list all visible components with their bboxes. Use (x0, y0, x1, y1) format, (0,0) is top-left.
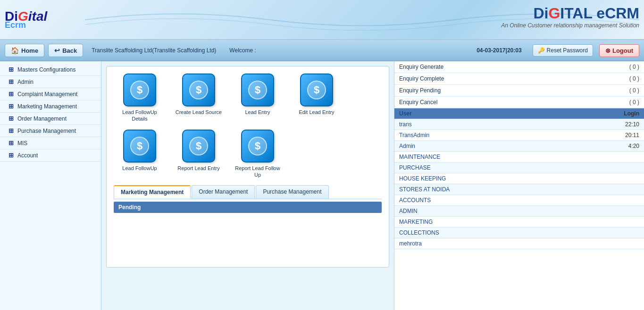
dollar-sign-icon: $ (130, 137, 149, 155)
user-login: 20:11 (571, 130, 644, 141)
enquiry-cancel-row[interactable]: Enquiry Cancel ( 0 ) (394, 97, 644, 108)
enquiry-complete-label: Enquiry Complete (394, 73, 578, 85)
dollar-sign-icon: $ (248, 137, 267, 155)
user-table: User Login trans22:10 TransAdmin20:11 Ad… (394, 108, 644, 249)
icon-box[interactable]: $ (241, 130, 274, 163)
user-name: PURCHASE (394, 163, 571, 173)
icon-lead-followup-details[interactable]: $ Lead FollowUp Details (114, 73, 166, 122)
user-row[interactable]: MARKETING (394, 217, 644, 228)
sidebar-item-purchase[interactable]: ⊞ Purchase Management (0, 125, 101, 137)
icon-box[interactable]: $ (182, 73, 215, 106)
sidebar-item-account[interactable]: ⊞ Account (0, 149, 101, 162)
company-name: Translite Scaffolding Ltd(Translite Scaf… (92, 47, 216, 54)
main-layout: ⊞ Masters Configurations ⊞ Admin ⊞ Compl… (0, 61, 644, 310)
home-label: Home (21, 47, 38, 54)
user-name: COLLECTIONS (394, 228, 571, 238)
home-button[interactable]: 🏠 Home (5, 44, 44, 57)
icon-report-lead-follow-up[interactable]: $ Report Lead Follow Up (232, 130, 284, 179)
sidebar-item-mis[interactable]: ⊞ MIS (0, 137, 101, 149)
reset-icon: 🔑 (538, 47, 545, 54)
user-row[interactable]: TransAdmin20:11 (394, 130, 644, 141)
icon-report-lead-entry[interactable]: $ Report Lead Entry (173, 130, 225, 179)
user-login (571, 217, 644, 228)
icon-label: Create Lead Source (176, 109, 222, 115)
user-login (571, 173, 644, 184)
login-col-header: Login (571, 108, 644, 119)
logout-button[interactable]: ⊗ Logout (599, 44, 639, 57)
user-name: mehrotra (394, 238, 571, 249)
sidebar-item-marketing[interactable]: ⊞ Marketing Management (0, 100, 101, 113)
content-area: $ Lead FollowUp Details $ Create Lead So… (101, 61, 394, 310)
user-name: Admin (394, 141, 571, 152)
user-row[interactable]: HOUSE KEEPING (394, 173, 644, 184)
icon-lead-followup[interactable]: $ Lead FollowUp (114, 130, 166, 179)
user-row[interactable]: ADMIN (394, 206, 644, 217)
user-login (571, 228, 644, 238)
pending-content (114, 213, 382, 260)
sidebar-item-label: Account (17, 152, 38, 159)
icon-lead-entry[interactable]: $ Lead Entry (232, 73, 284, 122)
reset-label: Reset Password (547, 47, 588, 54)
sidebar: ⊞ Masters Configurations ⊞ Admin ⊞ Compl… (0, 61, 101, 310)
expand-icon: ⊞ (8, 139, 14, 147)
logo: DiGital Ecrm (5, 9, 85, 30)
sidebar-item-label: Purchase Management (17, 128, 76, 134)
user-row[interactable]: ACCOUNTS (394, 195, 644, 206)
user-name: MARKETING (394, 217, 571, 228)
enquiry-generate-count: ( 0 ) (578, 61, 644, 73)
user-name: STORES AT NOIDA (394, 184, 571, 195)
enquiry-table: Enquiry Generate ( 0 ) Enquiry Complete … (394, 61, 644, 108)
enquiry-complete-count: ( 0 ) (578, 73, 644, 85)
expand-icon: ⊞ (8, 90, 14, 98)
icon-box[interactable]: $ (182, 130, 215, 163)
icon-label: Lead Entry (245, 109, 270, 115)
user-row[interactable]: Admin4:20 (394, 141, 644, 152)
icon-box[interactable]: $ (300, 73, 333, 106)
icon-box[interactable]: $ (123, 73, 156, 106)
tab-purchase-management[interactable]: Purchase Management (256, 185, 328, 199)
user-name: trans (394, 119, 571, 130)
enquiry-pending-row[interactable]: Enquiry Pending ( 0 ) (394, 85, 644, 97)
pending-bar: Pending (114, 202, 382, 213)
enquiry-generate-row[interactable]: Enquiry Generate ( 0 ) (394, 61, 644, 73)
back-button[interactable]: ↩ Back (48, 44, 83, 57)
sidebar-item-label: Marketing Management (17, 103, 77, 110)
back-label: Back (62, 47, 77, 54)
tab-order-management[interactable]: Order Management (192, 185, 255, 199)
reset-password-button[interactable]: 🔑 Reset Password (533, 44, 593, 57)
icon-label: Lead FollowUp Details (114, 109, 166, 122)
user-login (571, 184, 644, 195)
icon-label: Edit Lead Entry (299, 109, 334, 115)
sidebar-item-admin[interactable]: ⊞ Admin (0, 76, 101, 88)
user-row[interactable]: PURCHASE (394, 163, 644, 173)
sidebar-item-label: Complaint Management (17, 91, 77, 98)
user-login (571, 163, 644, 173)
user-row[interactable]: trans22:10 (394, 119, 644, 130)
user-row[interactable]: COLLECTIONS (394, 228, 644, 238)
back-icon: ↩ (54, 47, 60, 54)
user-col-header: User (394, 108, 571, 119)
sidebar-item-complaint[interactable]: ⊞ Complaint Management (0, 88, 101, 100)
user-row[interactable]: mehrotra (394, 238, 644, 249)
icon-create-lead-source[interactable]: $ Create Lead Source (173, 73, 225, 122)
icon-edit-lead-entry[interactable]: $ Edit Lead Entry (291, 73, 343, 122)
icon-label: Lead FollowUp (122, 165, 157, 171)
user-row[interactable]: MAINTENANCE (394, 152, 644, 163)
icon-box[interactable]: $ (123, 130, 156, 163)
tab-marketing-management[interactable]: Marketing Management (114, 185, 191, 199)
user-row[interactable]: STORES AT NOIDA (394, 184, 644, 195)
enquiry-complete-row[interactable]: Enquiry Complete ( 0 ) (394, 73, 644, 85)
header: DiGital Ecrm DiGITAL eCRM An Online Cust… (0, 0, 644, 40)
dollar-sign-icon: $ (189, 81, 208, 99)
icon-box[interactable]: $ (241, 73, 274, 106)
icon-grid: $ Lead FollowUp Details $ Create Lead So… (114, 73, 382, 178)
sidebar-item-masters[interactable]: ⊞ Masters Configurations (0, 64, 101, 76)
sidebar-item-order[interactable]: ⊞ Order Management (0, 113, 101, 125)
expand-icon: ⊞ (8, 152, 14, 159)
enquiry-cancel-count: ( 0 ) (578, 97, 644, 108)
user-name: HOUSE KEEPING (394, 173, 571, 184)
brand-tagline: An Online Customer relationship manageme… (501, 22, 639, 29)
expand-icon: ⊞ (8, 78, 14, 85)
welcome-text: Welcome : (229, 47, 256, 54)
expand-icon: ⊞ (8, 127, 14, 134)
